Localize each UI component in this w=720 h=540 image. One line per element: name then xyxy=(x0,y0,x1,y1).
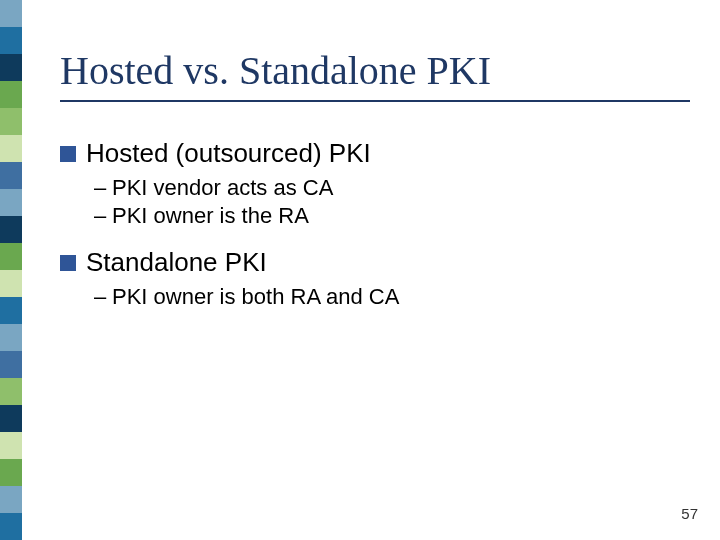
sidebar-segment xyxy=(0,351,22,378)
square-bullet-icon xyxy=(60,146,76,162)
sidebar-segment xyxy=(0,459,22,486)
bullet-level2: –PKI owner is both RA and CA xyxy=(94,284,690,310)
sidebar-segment xyxy=(0,54,22,81)
sidebar-segment xyxy=(0,81,22,108)
sidebar-segment xyxy=(0,108,22,135)
sidebar-segment xyxy=(0,27,22,54)
bullet-level2: –PKI vendor acts as CA xyxy=(94,175,690,201)
dash-bullet-icon: – xyxy=(94,203,112,229)
decorative-sidebar xyxy=(0,0,22,540)
sidebar-segment xyxy=(0,135,22,162)
sidebar-segment xyxy=(0,513,22,540)
bullet-level2: –PKI owner is the RA xyxy=(94,203,690,229)
sub-bullet-text: PKI vendor acts as CA xyxy=(112,175,333,200)
bullet-level1: Standalone PKI xyxy=(60,247,690,278)
dash-bullet-icon: – xyxy=(94,175,112,201)
sidebar-segment xyxy=(0,297,22,324)
sidebar-segment xyxy=(0,189,22,216)
title-underline xyxy=(60,100,690,102)
sidebar-segment xyxy=(0,216,22,243)
subpoint-group: –PKI owner is both RA and CA xyxy=(94,284,690,310)
sidebar-segment xyxy=(0,324,22,351)
bullet-text: Standalone PKI xyxy=(86,247,267,278)
subpoint-group: –PKI vendor acts as CA –PKI owner is the… xyxy=(94,175,690,229)
sidebar-segment xyxy=(0,432,22,459)
slide-content: Hosted vs. Standalone PKI Hosted (outsou… xyxy=(60,50,690,328)
page-number: 57 xyxy=(681,505,698,522)
dash-bullet-icon: – xyxy=(94,284,112,310)
slide-title: Hosted vs. Standalone PKI xyxy=(60,50,690,92)
sidebar-segment xyxy=(0,405,22,432)
sidebar-segment xyxy=(0,162,22,189)
sub-bullet-text: PKI owner is both RA and CA xyxy=(112,284,399,309)
bullet-level1: Hosted (outsourced) PKI xyxy=(60,138,690,169)
sidebar-segment xyxy=(0,486,22,513)
sidebar-segment xyxy=(0,243,22,270)
sub-bullet-text: PKI owner is the RA xyxy=(112,203,309,228)
sidebar-segment xyxy=(0,378,22,405)
sidebar-segment xyxy=(0,270,22,297)
square-bullet-icon xyxy=(60,255,76,271)
bullet-text: Hosted (outsourced) PKI xyxy=(86,138,371,169)
sidebar-segment xyxy=(0,0,22,27)
